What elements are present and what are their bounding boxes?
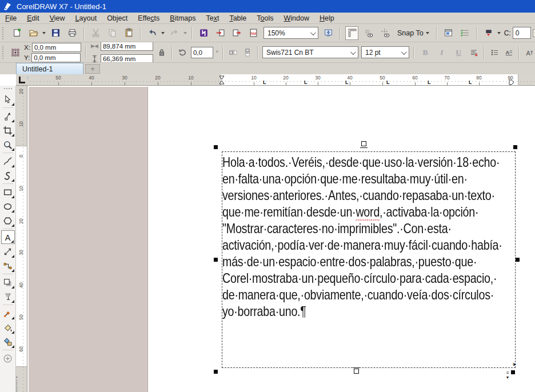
font-size-combobox[interactable]: 12 pt — [361, 46, 409, 58]
drop-shadow-tool[interactable] — [1, 275, 15, 289]
underline-button[interactable]: U — [452, 46, 465, 59]
tab-stop-marker[interactable]: L — [386, 80, 390, 85]
show-grid-toggle[interactable] — [362, 26, 375, 40]
object-width-input[interactable]: 89,874 mm — [101, 42, 153, 51]
menu-item-object[interactable]: Object — [102, 13, 133, 24]
property-bar-grip[interactable] — [2, 46, 6, 59]
add-tools-button[interactable] — [1, 351, 15, 365]
selection-handle-bottom-right[interactable] — [511, 370, 515, 374]
selection-handle-middle-left[interactable] — [214, 258, 218, 262]
shape-tool[interactable] — [1, 109, 15, 123]
artistic-media-tool[interactable] — [1, 169, 15, 182]
mirror-vertical-button[interactable] — [242, 47, 253, 58]
open-button[interactable] — [27, 26, 40, 40]
customize-dropdown-arrow[interactable] — [497, 32, 501, 34]
vertical-ruler[interactable]: meters 20100102030405060 — [16, 86, 27, 392]
open-dropdown-arrow[interactable] — [42, 32, 46, 34]
duplicate-distance-spinner[interactable]: C: 0 ▲▼ — [504, 27, 535, 39]
paste-button[interactable] — [122, 26, 135, 40]
drawing-canvas[interactable]: Hola·a·todos.·Veréis,·desde·que·uso·la·v… — [27, 86, 535, 392]
snap-to-dropdown[interactable]: Snap To — [395, 29, 432, 37]
show-guidelines-toggle[interactable] — [378, 26, 392, 40]
mirror-horizontal-button[interactable] — [227, 47, 239, 58]
pasteboard-area[interactable] — [29, 87, 148, 392]
menu-item-layout[interactable]: Layout — [70, 13, 102, 24]
text-tool[interactable]: A — [1, 230, 15, 244]
toolbar-grip[interactable] — [2, 27, 6, 39]
menu-item-help[interactable]: Help — [314, 13, 340, 24]
lock-ratio-button[interactable] — [156, 47, 167, 58]
menu-item-view[interactable]: View — [45, 13, 70, 24]
object-height-input[interactable]: 66,369 mm — [101, 54, 153, 63]
ellipse-tool[interactable] — [1, 199, 15, 213]
welcome-screen-button[interactable] — [197, 26, 210, 40]
pick-tool[interactable] — [1, 93, 15, 106]
spinner-arrows[interactable]: ▲▼ — [533, 29, 535, 37]
menu-item-text[interactable]: Text — [201, 13, 224, 24]
color-eyedropper-tool[interactable] — [1, 306, 15, 320]
zoom-tool[interactable] — [1, 138, 15, 151]
selection-handle-middle-right[interactable] — [516, 258, 520, 262]
new-document-tab-button[interactable]: + — [85, 64, 100, 74]
menu-item-tools[interactable]: Tools — [251, 13, 278, 24]
fill-tool[interactable] — [1, 321, 15, 334]
menu-item-file[interactable]: File — [0, 13, 22, 24]
publish-pdf-button[interactable]: PDF — [247, 26, 260, 40]
show-rulers-toggle[interactable] — [345, 26, 358, 40]
font-list-combobox[interactable]: Swis721 Cn BT — [262, 46, 358, 58]
export-button[interactable] — [230, 26, 243, 40]
text-flow-handle-top[interactable] — [360, 141, 368, 149]
indent-marker[interactable] — [219, 75, 225, 86]
menu-item-edit[interactable]: Edit — [22, 13, 45, 24]
menu-item-window[interactable]: Window — [278, 13, 314, 24]
polygon-tool[interactable] — [1, 214, 15, 227]
tab-stop-marker[interactable]: L — [263, 80, 266, 85]
dimension-tool[interactable] — [1, 245, 15, 258]
drop-cap-button[interactable]: A — [503, 47, 514, 58]
print-button[interactable] — [66, 26, 79, 40]
undo-button[interactable] — [146, 26, 159, 40]
crop-tool[interactable] — [1, 123, 15, 137]
character-formatting-button[interactable]: A — [524, 47, 535, 58]
y-position-input[interactable]: 0,0 mm — [31, 53, 81, 62]
zoom-level-combobox[interactable]: 150% — [263, 27, 318, 39]
menu-item-bitmaps[interactable]: Bitmaps — [165, 13, 201, 24]
tab-stop-marker[interactable]: L — [304, 80, 308, 85]
import-button[interactable] — [214, 26, 227, 40]
flyout-indicator — [11, 224, 14, 227]
selection-handle-top-right[interactable] — [513, 145, 517, 149]
tab-stop-marker[interactable]: L — [469, 80, 472, 85]
text-flow-handle-bottom[interactable] — [353, 367, 360, 374]
menu-item-effects[interactable]: Effects — [133, 13, 165, 24]
connector-tool[interactable] — [1, 259, 15, 273]
rotation-angle-input[interactable]: 0,0 — [191, 47, 213, 58]
rectangle-tool[interactable] — [1, 185, 15, 199]
menu-item-table[interactable]: Table — [224, 13, 251, 24]
save-button[interactable] — [49, 26, 62, 40]
text-alignment-button[interactable] — [468, 47, 480, 58]
paragraph-text[interactable]: Hola·a·todos.·Veréis,·desde·que·uso·la·v… — [222, 154, 522, 319]
options-button[interactable] — [442, 26, 455, 40]
horizontal-ruler[interactable]: 605040302010102030405060708090LLLLLLL — [16, 74, 535, 86]
right-indent-marker[interactable] — [509, 77, 514, 86]
proof-settings-button[interactable] — [458, 26, 472, 40]
ruler-origin-button[interactable] — [16, 74, 27, 86]
new-document-button[interactable] — [10, 26, 23, 40]
italic-button[interactable]: I — [435, 46, 449, 59]
undo-dropdown-arrow[interactable] — [161, 32, 165, 34]
transparency-tool[interactable] — [1, 290, 15, 303]
document-tab-untitled-1[interactable]: Untitled-1 — [16, 63, 83, 74]
tab-stop-marker[interactable]: L — [428, 80, 431, 85]
freehand-tool[interactable] — [1, 154, 15, 168]
fullscreen-preview-button[interactable] — [322, 26, 335, 40]
bulleted-list-button[interactable] — [489, 47, 500, 58]
x-position-input[interactable]: 0,0 mm — [32, 43, 81, 52]
tab-stop-marker[interactable]: L — [345, 80, 349, 85]
interactive-fill-tool[interactable] — [1, 335, 15, 349]
spinner-value[interactable]: 0 — [513, 27, 531, 39]
bold-button[interactable]: B — [418, 46, 432, 59]
selection-handle-top-left[interactable] — [214, 145, 218, 149]
quick-customize-button[interactable] — [482, 26, 495, 40]
selection-handle-bottom-left[interactable] — [214, 370, 218, 374]
toolbox-grip[interactable] — [4, 88, 12, 91]
